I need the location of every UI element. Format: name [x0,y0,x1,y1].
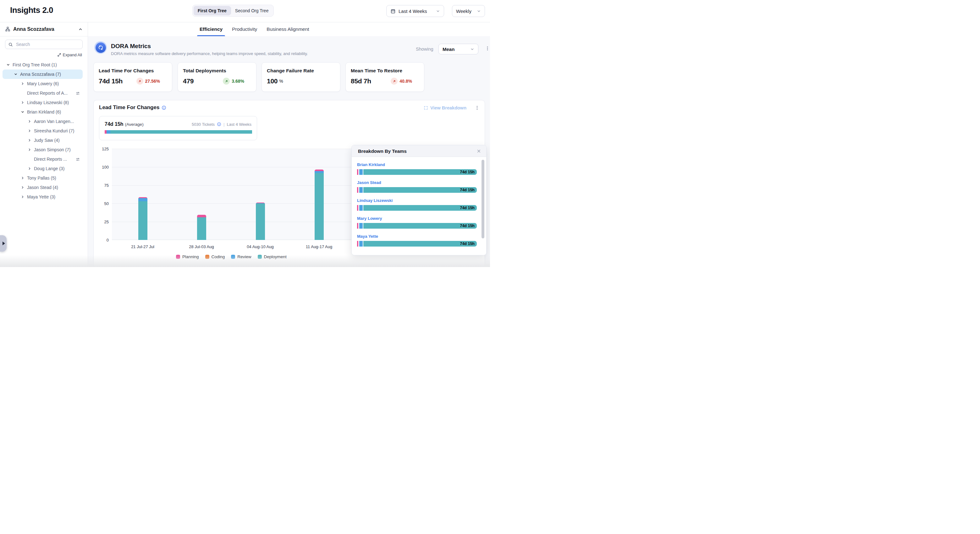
y-tick: 0 [96,238,109,242]
search-input[interactable] [15,41,80,47]
team-row: Maya Yette74d 15h [357,234,477,247]
chevron-up-icon[interactable] [78,27,83,32]
chevron-down-icon[interactable] [14,72,18,76]
card-title: Mean Time To Restore [351,68,419,73]
chevron-down-icon[interactable] [6,63,10,67]
org-tree-sidebar: Anna Scozzafava Expand All First Org Tre… [0,22,88,267]
planning-segment [357,241,358,247]
panel-title: Breakdown By Teams [358,148,407,154]
tree-item-direct-reports[interactable]: Direct Reports ... [3,155,83,164]
tab-productivity[interactable]: Productivity [232,22,257,36]
team-name-link[interactable]: Lindsay Liszewski [357,198,477,203]
tree-item-anna-scozzafava[interactable]: Anna Scozzafava (7) [3,70,83,79]
tree-item-label: Judy Saw (4) [34,138,60,143]
team-name-link[interactable]: Jason Stead [357,180,477,185]
bar-11 Aug-17 Aug [315,169,324,240]
section-kebab-menu-icon[interactable] [475,105,480,111]
delta-value: 27.56% [145,79,160,84]
legend-item-review[interactable]: Review [231,254,251,259]
card-change-failure-rate: Change Failure Rate 100 % [261,62,340,92]
info-icon[interactable] [162,105,166,110]
card-mean-time-to-restore: Mean Time To Restore 85d 7h 40.8% [345,62,424,92]
granularity-select[interactable]: Weekly [452,5,485,17]
tree-item-judy-saw[interactable]: Judy Saw (4) [3,135,83,145]
expand-all-label: Expand All [63,53,82,57]
info-icon[interactable] [217,122,221,126]
tree-item-doug-lange[interactable]: Doug Lange (3) [3,164,83,173]
chevron-right-icon[interactable] [28,148,32,151]
sidebar-collapse-handle[interactable] [0,235,6,252]
card-total-deployments: Total Deployments 479 3.68% [178,62,256,92]
filter-sliders-icon[interactable] [75,157,80,162]
legend-item-coding[interactable]: Coding [205,254,225,259]
deployment-segment: 74d 15h [363,187,477,193]
chevron-right-icon[interactable] [28,139,32,142]
team-name-link[interactable]: Mary Lowery [357,216,477,221]
tree-item-brian-kirkland[interactable]: Brian Kirkland (6) [3,107,83,117]
legend-item-deployment[interactable]: Deployment [258,254,286,259]
chevron-down-icon[interactable] [21,110,24,114]
y-tick: 25 [96,220,109,224]
card-title: Change Failure Rate [267,68,335,73]
chart-legend: Planning Coding Review Deployment [176,254,286,259]
tree-item-lindsay-liszewski[interactable]: Lindsay Liszewski (8) [3,98,83,107]
chevron-right-icon[interactable] [21,100,24,104]
top-bar: Insights 2.0 First Org Tree Second Org T… [0,0,490,22]
showing-mean-select[interactable]: Mean [439,44,478,54]
search-icon [8,42,13,47]
date-range-select[interactable]: Last 4 Weeks [386,5,444,17]
chevron-right-icon[interactable] [21,176,24,180]
team-lead-time-bar: 74d 15h [357,187,477,193]
chevron-down-icon [470,47,474,51]
x-tick: 11 Aug-17 Aug [297,244,341,249]
chevron-down-icon [477,9,481,13]
chevron-right-icon[interactable] [21,195,24,199]
view-breakdown-button[interactable]: View Breakdown [424,105,466,110]
team-name-link[interactable]: Maya Yette [357,234,477,239]
org-tree-toggle: First Org Tree Second Org Tree [192,5,274,17]
coding-swatch [205,255,209,259]
chevron-right-icon[interactable] [28,167,32,171]
org-hierarchy-icon [5,26,10,32]
team-name-link[interactable]: Brian Kirkland [357,162,477,167]
chevron-right-icon[interactable] [28,120,32,123]
tree-item-first-org-tree-root[interactable]: First Org Tree Root (1) [3,60,83,70]
tree-item-label: Mary Lowery (6) [27,81,59,86]
tree-item-maya-yette[interactable]: Maya Yette (3) [3,192,83,202]
panel-scrollbar-thumb[interactable] [482,160,484,238]
tree-item-sireesha-kunduri[interactable]: Sireesha Kunduri (7) [3,126,83,135]
toggle-first-org-tree[interactable]: First Org Tree [194,6,231,15]
tree-item-tony-pallas[interactable]: Tony Pallas (5) [3,173,83,183]
filter-sliders-icon[interactable] [75,91,80,96]
tree-item-label: Jason Stead (4) [27,185,58,190]
tree-item-direct-reports-of-a[interactable]: Direct Reports of A... [3,88,83,98]
expand-all-button[interactable]: Expand All [6,53,82,57]
tree-item-jason-stead[interactable]: Jason Stead (4) [3,183,83,192]
card-value: 100 [267,77,278,85]
tree-item-aaron-van-langen[interactable]: Aaron Van Langen... [3,117,83,126]
card-title: Lead Time For Changes [99,68,167,73]
delta-value: 3.68% [232,79,244,84]
toggle-second-org-tree[interactable]: Second Org Tree [231,6,273,15]
expand-corners-icon [424,106,428,110]
expand-diagonal-icon [57,53,61,57]
review-segment [359,205,363,211]
chevron-right-icon[interactable] [28,129,32,133]
average-period: Last 4 Weeks [227,122,251,127]
tab-efficiency[interactable]: Efficiency [200,22,223,36]
team-row: Lindsay Liszewski74d 15h [357,198,477,211]
average-phase-bar [105,130,252,134]
tree-item-jason-simpson[interactable]: Jason Simpson (7) [3,145,83,155]
sidebar-header[interactable]: Anna Scozzafava [0,22,88,37]
legend-item-planning[interactable]: Planning [176,254,199,259]
dora-kebab-menu-icon[interactable] [485,46,490,51]
close-icon[interactable] [476,149,481,153]
chevron-right-icon[interactable] [21,185,24,189]
chevron-right-icon[interactable] [21,82,24,86]
date-range-value: Last 4 Weeks [399,8,427,14]
x-tick: 04 Aug-10 Aug [238,244,282,249]
tab-business-alignment[interactable]: Business Alignment [267,22,309,36]
tree-item-mary-lowery[interactable]: Mary Lowery (6) [3,79,83,88]
bar-28 Jul-03 Aug [197,215,206,240]
arrow-up-right-icon [137,78,143,84]
